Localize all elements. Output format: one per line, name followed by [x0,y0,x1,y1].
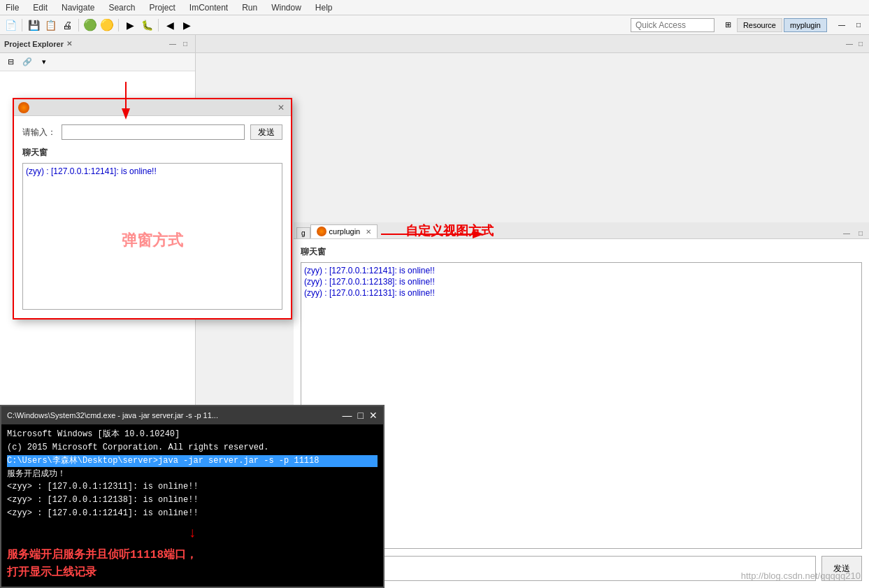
dialog-chat-area[interactable]: (zyy) : [127.0.0.1:12141]: is online!! 弹… [22,163,282,310]
toolbar-new-btn[interactable]: 📄 [3,17,18,33]
custom-chat-msg-2: (zyy) : [127.0.0.1:12131]: is online!! [304,288,859,298]
cmd-watermark: 服务端开启服务并且侦听11118端口， 打开显示上线记录 [7,547,378,582]
cmd-watermark-line-1: 打开显示上线记录 [7,564,378,582]
toolbar-sep-1 [22,19,22,31]
toolbar-fwd-btn[interactable]: ▶ [179,17,194,33]
custom-view-max-btn[interactable]: □ [855,227,866,238]
dialog-input-row: 请输入： 发送 [22,124,282,140]
dialog-send-btn[interactable]: 发送 [250,124,282,140]
project-explorer-close[interactable]: ✕ [66,40,72,48]
menu-edit[interactable]: Edit [30,1,50,14]
dialog-input-field[interactable] [62,124,245,140]
menu-window[interactable]: Window [268,1,304,14]
project-explorer-header: Project Explorer ✕ — □ [0,35,195,53]
dialog-chat-label: 聊天窗 [22,147,282,159]
explorer-toolbar: ⊟ 🔗 ▾ [0,53,195,71]
tab-partial[interactable]: g [296,227,310,238]
project-explorer-title: Project Explorer ✕ [4,40,72,48]
tab-curplugin-icon [317,227,326,236]
explorer-menu-btn[interactable]: ▾ [36,55,52,70]
menu-help[interactable]: Help [313,1,336,14]
cmd-line-6: <zyy> : [127.0.0.1:12138]: is online!! [7,494,378,506]
right-maximize-btn[interactable]: □ [855,38,866,50]
open-perspective-btn[interactable]: ⊞ [721,18,735,32]
cmd-body: Microsoft Windows [版本 10.0.10240] (c) 20… [1,424,383,587]
toolbar-plugin2-btn[interactable]: 🟡 [99,17,115,33]
custom-view-input-row: 发送 [301,556,862,581]
cmd-line-5: <zyy> : [127.0.0.1:12311]: is online!! [7,481,378,493]
cmd-watermark-line-0: 服务端开启服务并且侦听11118端口， [7,547,378,565]
dialog-titlebar: ✕ [14,99,291,116]
tab-curplugin-label: curplugin [329,227,361,236]
dialog-chat-msg-0: (zyy) : [127.0.0.1:12141]: is online!! [26,166,279,176]
window-controls: — □ [834,17,866,33]
toolbar-sep-4 [158,19,159,31]
menu-imcontent[interactable]: ImContent [187,1,231,14]
minimize-view-btn[interactable]: — [167,38,178,50]
perspective-resource[interactable]: Resource [737,18,782,32]
cmd-scroll-indicator: ↓ [7,525,378,541]
toolbar-sep-3 [118,19,119,31]
dialog-close-btn[interactable]: ✕ [275,102,287,113]
maximize-view-btn[interactable]: □ [180,38,191,50]
cmd-line-7: <zyy> : [127.0.0.1:12141]: is online!! [7,508,378,519]
toolbar-saveas-btn[interactable]: 📋 [43,17,58,33]
view-controls: — □ [167,38,191,50]
tab-bar: g curplugin ✕ — □ [294,222,869,239]
custom-view-send-btn[interactable]: 发送 [821,556,862,581]
dialog-window: ✕ 请输入： 发送 聊天窗 (zyy) : [127.0.0.1:12141]:… [13,98,292,320]
cmd-line-0: Microsoft Windows [版本 10.0.10240] [7,429,378,440]
toolbar-sep-2 [78,19,79,31]
cmd-window: C:\Windows\System32\cmd.exe - java -jar … [0,405,385,588]
custom-chat-msg-1: (zyy) : [127.0.0.1:12138]: is online!! [304,277,859,287]
cmd-line-4: 服务开启成功！ [7,468,378,480]
toolbar-run-btn[interactable]: ▶ [122,17,138,33]
cmd-line-1: (c) 2015 Microsoft Corporation. All righ… [7,442,378,454]
custom-chat-msg-0: (zyy) : [127.0.0.1:12141]: is online!! [304,266,859,275]
dialog-title-area [18,102,32,113]
tab-curplugin-close[interactable]: ✕ [366,228,371,236]
quick-access-input[interactable] [631,18,714,32]
collapse-all-btn[interactable]: ⊟ [3,55,18,70]
link-editor-btn[interactable]: 🔗 [20,55,35,70]
custom-view-controls: — □ [841,227,866,238]
cmd-line-3: C:\Users\李森林\Desktop\server>java -jar se… [7,455,378,467]
menu-bar: File Edit Navigate Search Project ImCont… [0,0,869,15]
toolbar-debug-btn[interactable]: 🐛 [139,17,155,33]
perspective-buttons: ⊞ Resource myplugin [721,18,827,32]
cmd-title: C:\Windows\System32\cmd.exe - java -jar … [7,411,218,420]
toolbar-print-btn[interactable]: 🖨 [59,17,75,33]
custom-view-chat-area[interactable]: (zyy) : [127.0.0.1:12141]: is online!! (… [301,262,862,549]
menu-run[interactable]: Run [239,1,260,14]
cmd-titlebar: C:\Windows\System32\cmd.exe - java -jar … [1,406,383,424]
menu-file[interactable]: File [3,1,22,14]
menu-project[interactable]: Project [146,1,178,14]
custom-view-min-btn[interactable]: — [841,227,852,238]
project-explorer-label: Project Explorer [4,40,64,48]
menu-navigate[interactable]: Navigate [59,1,97,14]
tab-curplugin[interactable]: curplugin ✕ [310,224,378,238]
right-minimize-btn[interactable]: — [844,38,855,50]
perspective-myplugin[interactable]: myplugin [784,18,827,32]
right-panel-header: — □ [196,35,869,53]
cmd-maximize-btn[interactable]: □ [358,410,364,421]
dialog-icon [18,102,29,113]
toolbar: 📄 💾 📋 🖨 🟢 🟡 ▶ 🐛 ◀ ▶ ⊞ Resource myplugin … [0,15,869,35]
toolbar-save-btn[interactable]: 💾 [26,17,41,33]
dialog-watermark: 弹窗方式 [122,230,183,251]
toolbar-back-btn[interactable]: ◀ [162,17,178,33]
cmd-close-btn[interactable]: ✕ [369,410,378,421]
maximize-btn[interactable]: □ [851,17,866,33]
cmd-window-controls: — □ ✕ [343,410,378,421]
cmd-minimize-btn[interactable]: — [343,410,352,421]
minimize-btn[interactable]: — [834,17,849,33]
custom-view-chat-label: 聊天窗 [301,246,862,258]
toolbar-plugin-btn[interactable]: 🟢 [82,17,98,33]
dialog-body: 请输入： 发送 聊天窗 (zyy) : [127.0.0.1:12141]: i… [14,116,291,318]
dialog-input-label: 请输入： [22,127,56,138]
menu-search[interactable]: Search [106,1,138,14]
